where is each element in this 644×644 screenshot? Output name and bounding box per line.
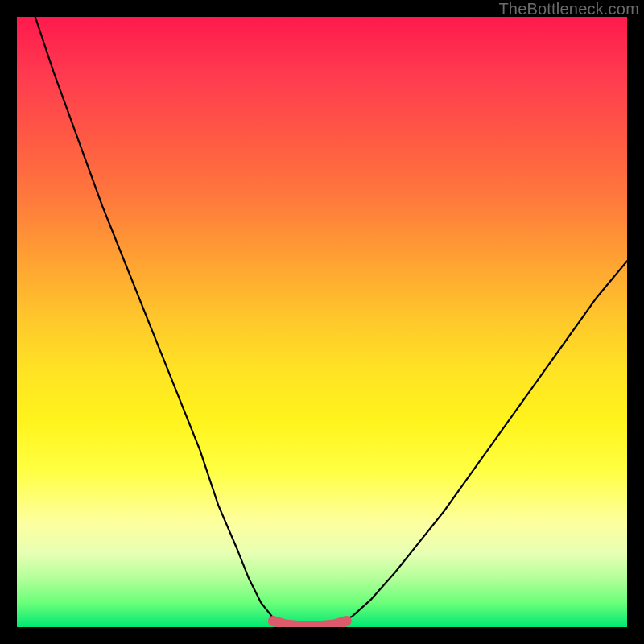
- left-curve-line: [35, 17, 283, 624]
- right-curve-line: [337, 261, 627, 624]
- chart-svg: [17, 17, 627, 627]
- chart-plot-area: [17, 17, 627, 627]
- watermark-text: TheBottleneck.com: [498, 0, 639, 19]
- valley-accent-line: [273, 621, 346, 625]
